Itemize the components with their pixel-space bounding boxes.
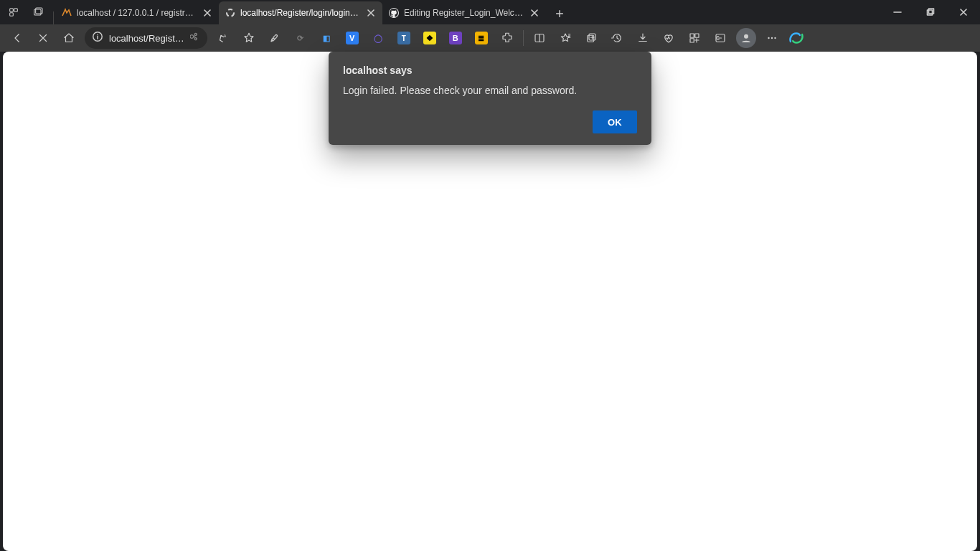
share-icon[interactable]	[190, 32, 200, 44]
read-aloud-button[interactable]: A	[210, 25, 236, 51]
alert-body: Login failed. Please check your email an…	[343, 83, 637, 98]
split-screen-icon[interactable]	[527, 25, 552, 51]
tab-title: localhost / 127.0.0.1 / registration	[77, 8, 197, 18]
close-icon[interactable]	[202, 7, 213, 19]
ext-t-icon[interactable]: T	[391, 25, 417, 51]
address-bar[interactable]: localhost/Regist…	[85, 27, 207, 49]
ext-circle-icon[interactable]: ◯	[365, 25, 391, 51]
site-info-icon[interactable]	[92, 31, 103, 45]
alert-title: localhost says	[343, 65, 637, 76]
svg-rect-0	[10, 9, 14, 12]
svg-point-19	[768, 37, 769, 39]
svg-rect-2	[10, 13, 14, 17]
profile-avatar[interactable]	[736, 28, 756, 48]
tab-phpmyadmin[interactable]: localhost / 127.0.0.1 / registration	[55, 1, 219, 24]
svg-text:A: A	[224, 34, 227, 38]
ext-v-icon[interactable]: V	[339, 25, 365, 51]
stop-button[interactable]	[30, 25, 56, 51]
tabstrip: localhost / 127.0.0.1 / registration loc…	[52, 0, 881, 24]
ext-doc-icon[interactable]: ≣	[468, 25, 494, 51]
ext-refresh-icon[interactable]: ⟳	[288, 25, 314, 51]
svg-rect-1	[14, 9, 18, 12]
js-alert-dialog: localhost says Login failed. Please chec…	[329, 52, 651, 145]
svg-point-20	[771, 37, 773, 39]
svg-rect-15	[695, 34, 699, 37]
maximize-button[interactable]	[914, 0, 947, 24]
workspaces-icon[interactable]	[1, 0, 26, 24]
extensions-row: 🖊 ⟳ ◧ V ◯ T ❖ B ≣	[262, 25, 520, 51]
history-icon[interactable]	[604, 25, 630, 51]
svg-rect-3	[34, 9, 41, 15]
toolbar: localhost/Regist… A 🖊 ⟳ ◧ V ◯ T ❖ B ≣	[0, 24, 980, 52]
svg-point-18	[744, 34, 748, 39]
toolbar-divider	[523, 30, 524, 46]
address-text: localhost/Regist…	[109, 33, 184, 44]
tab-github[interactable]: Editing Register_Login_Welcome/	[382, 1, 546, 24]
ext-b-icon[interactable]: B	[443, 25, 468, 51]
close-window-button[interactable]	[947, 0, 980, 24]
svg-rect-4	[36, 8, 42, 14]
loading-icon	[225, 7, 236, 19]
ext-js-icon[interactable]: ❖	[417, 25, 443, 51]
alert-ok-button[interactable]: OK	[593, 110, 637, 133]
extensions-menu-icon[interactable]	[494, 25, 520, 51]
settings-more-icon[interactable]	[759, 25, 785, 51]
tab-title: localhost/Register/login/login.php	[240, 8, 361, 18]
svg-rect-7	[928, 10, 933, 15]
ext-wand-icon[interactable]: 🖊	[262, 25, 288, 51]
favorites-icon[interactable]	[552, 25, 578, 51]
svg-point-5	[227, 9, 234, 17]
titlebar: localhost / 127.0.0.1 / registration loc…	[0, 0, 980, 24]
svg-rect-8	[929, 9, 934, 14]
window-controls	[881, 0, 980, 24]
tab-title: Editing Register_Login_Welcome/	[404, 8, 524, 18]
performance-icon[interactable]	[656, 25, 682, 51]
github-icon	[388, 7, 400, 19]
back-button[interactable]	[4, 25, 30, 51]
tab-login-php[interactable]: localhost/Register/login/login.php	[219, 1, 382, 24]
close-icon[interactable]	[365, 7, 377, 19]
ie-mode-icon[interactable]	[707, 25, 733, 51]
copilot-icon[interactable]	[785, 27, 808, 50]
tab-divider	[53, 11, 54, 24]
new-tab-button[interactable]	[549, 3, 570, 24]
svg-rect-14	[690, 34, 694, 37]
minimize-button[interactable]	[881, 0, 914, 24]
phpmyadmin-icon	[61, 7, 72, 19]
add-favorite-button[interactable]	[236, 25, 262, 51]
collections-icon[interactable]	[578, 25, 604, 51]
svg-point-21	[774, 37, 776, 39]
ext-panel-icon[interactable]: ◧	[314, 25, 339, 51]
close-icon[interactable]	[529, 7, 540, 19]
downloads-icon[interactable]	[630, 25, 656, 51]
apps-icon[interactable]	[682, 25, 707, 51]
tab-actions-icon[interactable]	[26, 0, 50, 24]
svg-rect-16	[690, 39, 694, 42]
home-button[interactable]	[56, 25, 82, 51]
svg-rect-12	[588, 35, 594, 42]
